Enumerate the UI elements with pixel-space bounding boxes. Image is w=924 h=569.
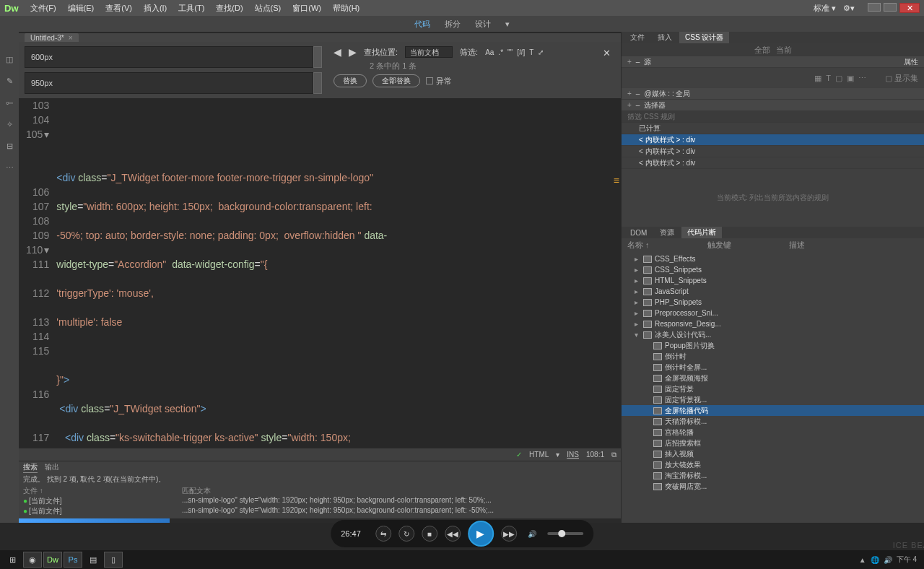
col-trigger[interactable]: 触发键 (707, 240, 731, 251)
find-history-dropdown[interactable] (313, 46, 322, 68)
expand-icon[interactable]: ⤢ (538, 48, 544, 56)
find-next-button[interactable]: ▶ (349, 46, 357, 58)
filter-css-input[interactable]: 筛选 CSS 规则 (622, 111, 924, 123)
menu-help[interactable]: 帮助(H) (327, 3, 365, 14)
tab-output[interactable]: 输出 (45, 462, 59, 472)
window-close-button[interactable]: ✕ (899, 3, 920, 13)
tab-assets[interactable]: 资源 (654, 227, 680, 238)
dropper-icon[interactable]: ✧ (4, 118, 15, 130)
menu-find[interactable]: 查找(D) (210, 3, 248, 14)
sync-settings-icon[interactable]: ⚙▾ (843, 4, 855, 13)
tree-row[interactable]: ▸Preprocessor_Sni... (622, 308, 924, 318)
text-only-icon[interactable]: T (529, 48, 533, 56)
tab-split[interactable]: 拆分 (445, 19, 461, 30)
col-match[interactable]: 匹配文本 (182, 486, 211, 496)
search-result-row[interactable]: ●[当前文件] ...sn-simple-logo" style="width:… (23, 496, 616, 506)
search-scope-select[interactable]: 当前文档 (405, 46, 453, 58)
code-content[interactable]: <div class="J_TWidget footer-more footer… (53, 98, 621, 448)
replace-history-dropdown[interactable] (313, 72, 322, 94)
whole-word-icon[interactable]: "" (507, 48, 513, 56)
col-file[interactable]: 文件 ↑ (23, 486, 81, 496)
tree-row[interactable]: 全屏轮播代码 (622, 405, 924, 416)
selector-row[interactable]: < 内联样式 > : div (622, 157, 924, 169)
ignore-whitespace-icon[interactable]: [#] (517, 48, 525, 56)
insert-mode[interactable]: INS (567, 451, 579, 459)
tree-row[interactable]: 突破网店宽... (622, 481, 924, 492)
tree-row[interactable]: ▸CSS_Snippets (622, 264, 924, 275)
more-cat-icon[interactable]: ⋯ (858, 74, 866, 83)
replace-button[interactable]: 替换 (334, 74, 367, 87)
tab-insert[interactable]: 插入 (652, 32, 678, 43)
tab-dom[interactable]: DOM (624, 228, 653, 238)
selector-row[interactable]: < 内联样式 > : div (622, 134, 924, 146)
tree-row[interactable]: ▸CSS_Effects (622, 253, 924, 264)
workspace-switcher[interactable]: 标准 ▾ (814, 3, 836, 14)
tree-row[interactable]: 全屏视频海报 (622, 373, 924, 383)
tree-row[interactable]: 放大镜效果 (622, 459, 924, 470)
layout-cat-icon[interactable]: ▦ (814, 74, 821, 83)
document-tab[interactable]: Untitled-3* × (25, 33, 79, 42)
tree-row[interactable]: Popup图片切换 (622, 340, 924, 351)
menu-site[interactable]: 站点(S) (249, 3, 287, 14)
document-tab-close[interactable]: × (69, 34, 73, 42)
bg-cat-icon[interactable]: ▣ (847, 74, 854, 83)
tree-row[interactable]: 插入视频 (622, 448, 924, 459)
find-input[interactable]: 600px (25, 46, 313, 68)
tab-code[interactable]: 代码 (414, 19, 430, 30)
col-name[interactable]: 名称 ↑ (627, 240, 650, 251)
code-editor[interactable]: 103 104 105▾ 106 107 108 109 110▾ 111 11… (19, 98, 621, 448)
replace-all-button[interactable]: 全部替换 (372, 74, 420, 87)
menu-insert[interactable]: 插入(I) (138, 3, 173, 14)
menu-view[interactable]: 查看(V) (100, 3, 138, 14)
tree-row[interactable]: 倒计时全屏... (622, 362, 924, 373)
tree-row[interactable]: ▸PHP_Snippets (622, 297, 924, 308)
text-cat-icon[interactable]: T (826, 74, 831, 82)
tree-row[interactable]: 天猫滑标模... (622, 416, 924, 427)
tab-snippets[interactable]: 代码片断 (681, 227, 722, 238)
tree-row[interactable]: ▾冰美人设计代码... (622, 329, 924, 340)
properties-label: 属性 (904, 57, 918, 67)
menu-file[interactable]: 文件(F) (25, 3, 62, 14)
tree-row[interactable]: ▸Responsive_Desig... (622, 318, 924, 329)
tree-row[interactable]: ▸JavaScript (622, 286, 924, 297)
col-desc[interactable]: 描述 (789, 240, 805, 251)
border-cat-icon[interactable]: ▢ (835, 74, 842, 83)
menu-edit[interactable]: 编辑(E) (62, 3, 100, 14)
tab-search-results[interactable]: 搜索 (23, 462, 38, 473)
tab-design[interactable]: 设计 (475, 19, 491, 30)
window-maximize-button[interactable] (884, 3, 897, 12)
match-case-icon[interactable]: Aa (485, 48, 494, 56)
file-manage-icon[interactable]: ◫ (4, 53, 15, 65)
search-result-row[interactable]: ●[当前文件] ...sn-simple-logo" style="width:… (23, 506, 616, 516)
menu-tools[interactable]: 工具(T) (173, 3, 210, 14)
tree-row[interactable]: 宫格轮播 (622, 427, 924, 438)
comment-icon[interactable]: ⊟ (4, 140, 15, 152)
tree-row[interactable]: 淘宝滑标模... (622, 470, 924, 481)
find-prev-button[interactable]: ◀ (334, 46, 341, 58)
css-all-tab[interactable]: 全部 (754, 45, 770, 56)
add-source-icon[interactable]: + (627, 58, 632, 66)
tab-files[interactable]: 文件 (624, 32, 650, 43)
tree-row[interactable]: 固定背景 (622, 383, 924, 394)
panel-menu-icon[interactable]: ≡ (614, 175, 619, 186)
tab-design-dropdown[interactable]: ▾ (505, 19, 510, 29)
tree-row[interactable]: 固定背景视... (622, 394, 924, 405)
tab-css-designer[interactable]: CSS 设计器 (679, 32, 729, 43)
language-select[interactable]: HTML (529, 451, 549, 459)
selector-row[interactable]: < 内联样式 > : div (622, 146, 924, 157)
regex-icon[interactable]: .* (498, 48, 503, 56)
tree-row[interactable]: 倒计时 (622, 351, 924, 362)
edit-icon[interactable]: ✎ (4, 75, 15, 87)
css-current-tab[interactable]: 当前 (776, 45, 792, 56)
tree-row[interactable]: 店招搜索框 (622, 438, 924, 448)
preview-icon[interactable]: ⧉ (611, 451, 616, 459)
lso-icon[interactable]: ⟜ (4, 97, 15, 108)
menu-window[interactable]: 窗口(W) (287, 3, 327, 14)
play-button[interactable]: ▶ (468, 521, 494, 523)
close-search-icon[interactable]: ✕ (598, 46, 615, 60)
chat-icon[interactable]: ⋯ (4, 162, 15, 173)
tree-row[interactable]: ▸HTML_Snippets (622, 275, 924, 286)
exceptions-checkbox[interactable] (426, 77, 433, 84)
replace-input[interactable]: 950px (25, 72, 313, 94)
window-minimize-button[interactable] (868, 3, 881, 12)
